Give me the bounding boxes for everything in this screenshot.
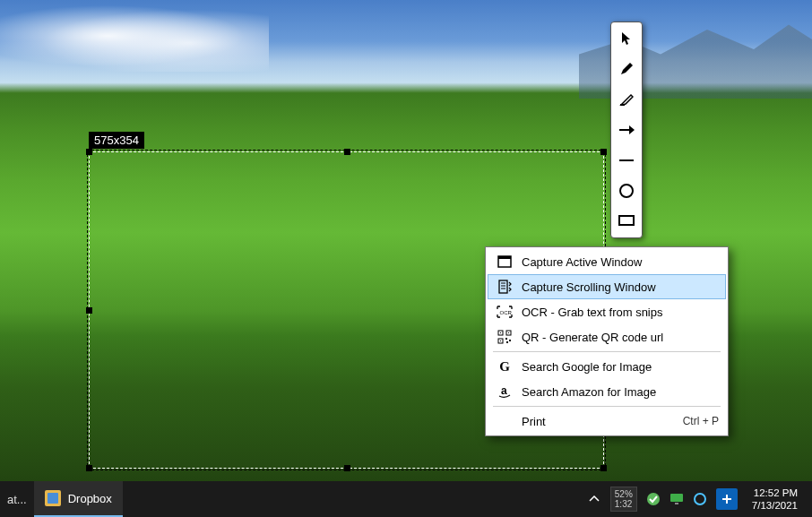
qr-icon [495,330,514,344]
taskbar: at... Dropbox 52% 1:32 12:52 PM 7/13/202… [0,481,812,517]
taskbar-app-truncated[interactable]: at... [0,481,34,517]
svg-rect-7 [499,280,507,293]
resize-handle-w[interactable] [86,307,92,314]
cortana-icon [693,492,707,506]
menu-label: OCR - Grab text from snips [522,306,719,319]
menu-label: Print [522,415,683,428]
menu-label: Search Google for Image [522,360,719,374]
menu-shortcut: Ctrl + P [683,415,719,427]
check-circle-icon [646,492,661,506]
menu-separator [493,406,721,407]
svg-rect-16 [508,332,509,333]
selection-size-badge: 575x354 [89,132,144,149]
dropbox-icon [45,490,61,506]
resize-handle-nw[interactable] [86,149,92,155]
ellipse-icon [618,183,635,199]
menu-print[interactable]: Print Ctrl + P [488,409,726,434]
tray-expand-button[interactable] [587,492,601,506]
annotation-toolbar [610,22,643,238]
menu-label: QR - Generate QR code url [522,331,719,344]
highlighter-icon [619,92,634,107]
scroll-window-icon [495,280,514,294]
svg-rect-17 [500,340,501,341]
google-icon: G [495,359,514,375]
tray-monitor[interactable] [669,492,684,506]
battery-percent: 52% [615,489,633,499]
line-icon [618,158,635,163]
window-icon [495,255,514,268]
svg-rect-51 [675,503,678,504]
tool-pen[interactable] [614,56,639,82]
taskbar-app-dropbox[interactable]: Dropbox [34,481,123,517]
tool-line[interactable] [614,148,639,173]
svg-point-49 [647,493,660,505]
resize-handle-sw[interactable] [86,465,92,471]
clock-time: 12:52 PM [752,487,798,499]
taskbar-clock[interactable]: 12:52 PM 7/13/2021 [747,487,803,512]
system-tray: 52% 1:32 12:52 PM 7/13/2021 [587,481,812,517]
tray-status-ok[interactable] [646,492,661,506]
monitor-icon [669,493,684,505]
amazon-icon: a [495,384,514,399]
svg-point-3 [620,185,633,197]
clock-date: 7/13/2021 [752,499,798,512]
menu-capture-scrolling-window[interactable]: Capture Scrolling Window [488,274,726,299]
resize-handle-n[interactable] [344,149,350,155]
plus-icon [721,494,732,504]
battery-time: 1:32 [615,499,633,509]
svg-rect-20 [506,341,508,343]
context-menu: Capture Active Window Capture Scrolling … [485,246,729,436]
svg-rect-18 [505,338,507,340]
ocr-icon: OCR [495,306,514,318]
menu-separator [493,351,721,352]
svg-rect-0 [620,104,625,106]
resize-handle-s[interactable] [344,465,350,471]
arrow-icon [618,125,635,135]
svg-point-52 [695,494,705,504]
menu-label: Capture Active Window [522,255,719,269]
battery-indicator[interactable]: 52% 1:32 [610,487,637,512]
resize-handle-se[interactable] [600,465,607,471]
menu-label: Search Amazon for Image [522,385,719,399]
svg-rect-6 [498,256,511,259]
svg-rect-50 [670,494,683,502]
resize-handle-ne[interactable] [600,149,607,155]
menu-search-google[interactable]: G Search Google for Image [488,354,726,379]
clouds-decor [0,0,269,72]
svg-text:OCR: OCR [500,310,513,315]
tool-cursor[interactable] [614,26,639,51]
tool-highlighter[interactable] [614,87,639,112]
svg-rect-15 [500,332,501,333]
menu-capture-active-window[interactable]: Capture Active Window [488,249,726,274]
tray-add-button[interactable] [716,488,738,510]
taskbar-app-label: Dropbox [68,492,112,505]
tool-arrow[interactable] [614,117,639,142]
tool-rectangle[interactable] [614,209,639,234]
svg-rect-4 [619,216,634,225]
menu-search-amazon[interactable]: a Search Amazon for Image [488,379,726,404]
pen-icon [619,62,634,76]
menu-ocr[interactable]: OCR OCR - Grab text from snips [488,299,726,324]
svg-text:a: a [501,384,507,397]
tray-cortana[interactable] [693,492,707,506]
rectangle-icon [618,215,635,228]
menu-label: Capture Scrolling Window [522,280,719,294]
tool-ellipse[interactable] [614,178,639,203]
chevron-up-icon [589,495,600,503]
svg-rect-19 [509,340,511,341]
menu-qr[interactable]: QR - Generate QR code url [488,324,726,349]
cursor-icon [619,31,634,46]
